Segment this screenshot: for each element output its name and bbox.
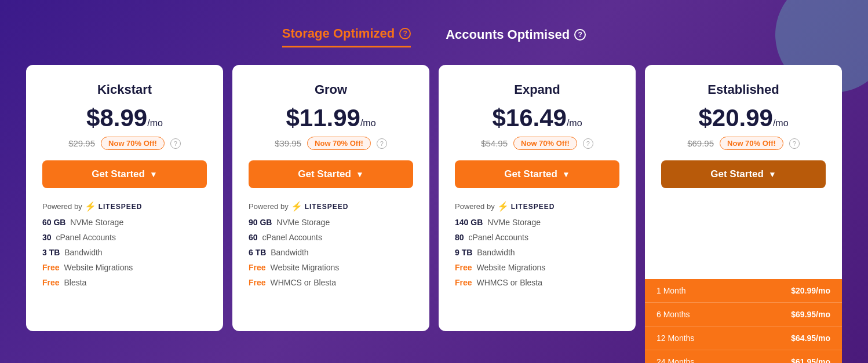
plan-title-established: Established: [661, 82, 826, 97]
get-started-button-expand[interactable]: Get Started ▼: [455, 160, 619, 188]
help-icon-established[interactable]: ?: [789, 138, 800, 149]
price-per-expand: /mo: [567, 118, 582, 128]
whmcs-text-expand: WHMCS or Blesta: [475, 278, 542, 287]
feature-bandwidth-expand: 9 TB Bandwidth: [455, 248, 619, 257]
tab-storage-optimized-help[interactable]: ?: [399, 28, 411, 39]
price-original-established: $69.95: [687, 138, 714, 148]
migrations-bold-kickstart: Free: [42, 263, 60, 272]
tab-storage-optimized-label: Storage Optimized: [282, 26, 395, 41]
get-started-label-expand: Get Started: [504, 168, 557, 180]
tab-storage-optimized[interactable]: Storage Optimized ?: [282, 26, 411, 47]
help-icon-expand[interactable]: ?: [583, 138, 593, 149]
plan-card-kickstart: Kickstart $8.99/mo $29.95 Now 70% Off! ?…: [26, 65, 223, 331]
bandwidth-text-expand: Bandwidth: [475, 248, 515, 257]
tab-accounts-optimised-help[interactable]: ?: [574, 29, 586, 41]
tab-accounts-optimised[interactable]: Accounts Optimised ?: [446, 27, 586, 47]
price-original-row-expand: $54.95 Now 70% Off! ?: [455, 137, 619, 150]
plan-card-grow: Grow $11.99/mo $39.95 Now 70% Off! ? Get…: [232, 65, 429, 331]
dropdown-item-6months[interactable]: 6 Months $69.95/mo: [645, 303, 842, 327]
feature-storage-expand: 140 GB NVMe Storage: [455, 218, 619, 227]
storage-bold-kickstart: 60 GB: [42, 218, 65, 227]
feature-accounts-kickstart: 30 cPanel Accounts: [42, 233, 207, 242]
migrations-text-kickstart: Website Migrations: [62, 263, 133, 272]
price-main-grow: $11.99/mo: [249, 104, 413, 132]
litespeed-brand-kickstart: LITESPEED: [99, 203, 143, 211]
price-original-expand: $54.95: [481, 138, 508, 148]
price-main-established: $20.99/mo: [661, 104, 826, 132]
price-per-established: /mo: [773, 118, 789, 128]
get-started-button-kickstart[interactable]: Get Started ▼: [42, 160, 207, 188]
price-amount-established: $20.99: [698, 104, 772, 131]
accounts-text-kickstart: cPanel Accounts: [54, 233, 116, 242]
price-original-row-kickstart: $29.95 Now 70% Off! ?: [42, 137, 207, 150]
get-started-button-established[interactable]: Get Started ▼: [661, 160, 826, 188]
powered-by-text-grow: Powered by: [249, 202, 289, 211]
help-icon-kickstart[interactable]: ?: [170, 138, 181, 149]
badge-off-expand: Now 70% Off!: [513, 137, 577, 150]
get-started-button-grow[interactable]: Get Started ▼: [249, 160, 413, 188]
dropdown-label-24months: 24 Months: [657, 357, 694, 363]
accounts-text-expand: cPanel Accounts: [466, 233, 528, 242]
dropdown-item-24months[interactable]: 24 Months $61.95/mo: [645, 350, 842, 363]
pricing-dropdown-established: 1 Month $20.99/mo 6 Months $69.95/mo 12 …: [645, 279, 842, 363]
dropdown-price-1month: $20.99/mo: [791, 286, 830, 295]
powered-by-text-kickstart: Powered by: [42, 202, 82, 211]
dropdown-price-24months: $61.95/mo: [791, 357, 830, 363]
accounts-bold-grow: 60: [249, 233, 258, 242]
dropdown-price-12months: $64.95/mo: [791, 333, 830, 343]
whmcs-text-grow: WHMCS or Blesta: [268, 278, 336, 287]
accounts-bold-expand: 80: [455, 233, 464, 242]
dropdown-item-12months[interactable]: 12 Months $64.95/mo: [645, 327, 842, 350]
tabs-container: Storage Optimized ? Accounts Optimised ?: [0, 0, 868, 65]
feature-migrations-grow: Free Website Migrations: [249, 263, 413, 272]
blesta-bold-kickstart: Free: [42, 278, 60, 287]
dropdown-label-1month: 1 Month: [657, 286, 686, 295]
feature-migrations-kickstart: Free Website Migrations: [42, 263, 207, 272]
price-amount-kickstart: $8.99: [86, 104, 147, 131]
price-original-grow: $39.95: [275, 138, 301, 148]
storage-text-grow: NVMe Storage: [274, 218, 330, 227]
price-per-grow: /mo: [360, 118, 376, 128]
dropdown-arrow-grow: ▼: [356, 170, 364, 179]
accounts-text-grow: cPanel Accounts: [260, 233, 322, 242]
tab-accounts-optimised-label: Accounts Optimised: [446, 27, 570, 42]
feature-accounts-grow: 60 cPanel Accounts: [249, 233, 413, 242]
litespeed-icon-grow: ⚡: [291, 201, 302, 212]
badge-off-grow: Now 70% Off!: [307, 137, 371, 150]
feature-whmcs-grow: Free WHMCS or Blesta: [249, 278, 413, 287]
help-icon-grow[interactable]: ?: [377, 138, 387, 149]
bandwidth-bold-expand: 9 TB: [455, 248, 472, 257]
litespeed-logo-grow: Powered by ⚡ LITESPEED: [249, 201, 348, 212]
cards-container: Kickstart $8.99/mo $29.95 Now 70% Off! ?…: [0, 65, 868, 331]
litespeed-logo-expand: Powered by ⚡ LITESPEED: [455, 201, 555, 212]
bandwidth-text-kickstart: Bandwidth: [62, 248, 102, 257]
dropdown-item-1month[interactable]: 1 Month $20.99/mo: [645, 279, 842, 303]
feature-storage-kickstart: 60 GB NVMe Storage: [42, 218, 207, 227]
bandwidth-bold-grow: 6 TB: [249, 248, 266, 257]
dropdown-price-6months: $69.95/mo: [791, 310, 830, 319]
migrations-bold-grow: Free: [249, 263, 266, 272]
plan-title-kickstart: Kickstart: [42, 82, 207, 97]
feature-bandwidth-kickstart: 3 TB Bandwidth: [42, 248, 207, 257]
bandwidth-bold-kickstart: 3 TB: [42, 248, 60, 257]
litespeed-brand-grow: LITESPEED: [305, 203, 349, 211]
plan-card-expand: Expand $16.49/mo $54.95 Now 70% Off! ? G…: [439, 65, 636, 331]
accounts-bold-kickstart: 30: [42, 233, 52, 242]
migrations-text-expand: Website Migrations: [475, 263, 546, 272]
dropdown-label-12months: 12 Months: [657, 333, 694, 343]
price-main-kickstart: $8.99/mo: [42, 104, 207, 132]
get-started-label-established: Get Started: [710, 168, 764, 180]
price-original-row-grow: $39.95 Now 70% Off! ?: [249, 137, 413, 150]
plan-title-grow: Grow: [249, 82, 413, 97]
feature-migrations-expand: Free Website Migrations: [455, 263, 619, 272]
dropdown-arrow-expand: ▼: [562, 170, 570, 179]
features-list-expand: Powered by ⚡ LITESPEED 140 GB NVMe Stora…: [455, 201, 619, 287]
feature-litespeed-kickstart: Powered by ⚡ LITESPEED: [42, 201, 207, 212]
bandwidth-text-grow: Bandwidth: [268, 248, 308, 257]
price-per-kickstart: /mo: [147, 118, 163, 128]
storage-bold-grow: 90 GB: [249, 218, 272, 227]
dropdown-arrow-established: ▼: [768, 170, 776, 179]
feature-accounts-expand: 80 cPanel Accounts: [455, 233, 619, 242]
price-amount-grow: $11.99: [286, 104, 360, 131]
price-original-kickstart: $29.95: [68, 138, 95, 148]
